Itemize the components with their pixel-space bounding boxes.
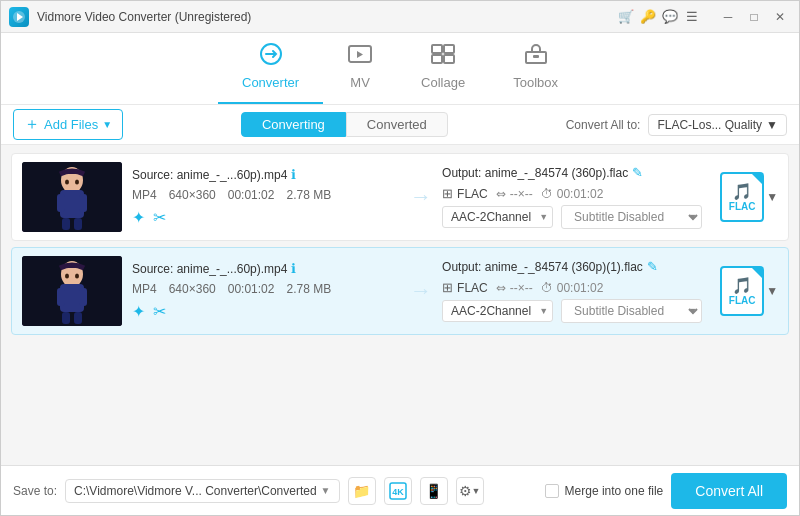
tab-collage-label: Collage — [421, 75, 465, 90]
resize-icon-2: ⇔ — [496, 281, 506, 295]
file-source-2: Source: anime_-_...60p).mp4 ℹ — [132, 261, 400, 276]
close-button[interactable]: ✕ — [769, 9, 791, 25]
menu-icon[interactable]: ☰ — [683, 8, 701, 26]
format-box-2: ⊞ FLAC — [442, 280, 488, 295]
quality-label: FLAC-Los... Quality — [657, 118, 762, 132]
save-path-arrow-icon: ▼ — [321, 485, 331, 496]
flac-icon-1[interactable]: 🎵 FLAC — [720, 172, 764, 222]
bottom-bar: Save to: C:\Vidmore\Vidmore V... Convert… — [1, 465, 799, 515]
tab-converter-label: Converter — [242, 75, 299, 90]
svg-rect-9 — [533, 55, 539, 58]
edit-icon-1[interactable]: ✎ — [632, 165, 643, 180]
tab-converter[interactable]: Converter — [218, 35, 323, 104]
audio-select-2[interactable]: AAC-2Channel — [442, 300, 553, 322]
merge-text: Merge into one file — [565, 484, 664, 498]
flac-wrapper-1: 🎵 FLAC ▼ — [720, 172, 778, 222]
subtitle-select-wrapper-1: Subtitle Disabled — [561, 205, 702, 229]
key-icon[interactable]: 🔑 — [639, 8, 657, 26]
converted-tab[interactable]: Converted — [346, 112, 448, 137]
size-info-2: ⇔ --×-- — [496, 281, 533, 295]
thumbnail-2 — [22, 256, 122, 326]
app-title: Vidmore Video Converter (Unregistered) — [37, 10, 617, 24]
svg-rect-15 — [62, 218, 70, 230]
output-text-1: Output: anime_-_84574 (360p).flac — [442, 166, 628, 180]
file-info-2: Source: anime_-_...60p).mp4 ℹ MP4 640×36… — [132, 261, 400, 321]
output-info-2: Output: anime_-_84574 (360p)(1).flac ✎ ⊞… — [442, 259, 710, 323]
info-icon-2[interactable]: ℹ — [291, 261, 296, 276]
convert-all-label: Convert All to: — [566, 118, 641, 132]
quality-select[interactable]: FLAC-Los... Quality ▼ — [648, 114, 787, 136]
resize-icon-1: ⇔ — [496, 187, 506, 201]
audio-select-1[interactable]: AAC-2Channel — [442, 206, 553, 228]
settings-arrow-icon: ▼ — [472, 486, 481, 496]
settings-action-2[interactable]: ✦ — [132, 302, 145, 321]
flac-wrapper-2: 🎵 FLAC ▼ — [720, 266, 778, 316]
chat-icon[interactable]: 💬 — [661, 8, 679, 26]
output-source-2: Output: anime_-_84574 (360p)(1).flac ✎ — [442, 259, 710, 274]
folder-open-button[interactable]: 📁 — [348, 477, 376, 505]
nav-tabs: Converter MV Collage — [1, 33, 799, 105]
audio-select-wrapper-1: AAC-2Channel — [442, 206, 553, 228]
save-path-select[interactable]: C:\Vidmore\Vidmore V... Converter\Conver… — [65, 479, 339, 503]
output-info-1: Output: anime_-_84574 (360p).flac ✎ ⊞ FL… — [442, 165, 710, 229]
settings-action-1[interactable]: ✦ — [132, 208, 145, 227]
file-list: Source: anime_-_...60p).mp4 ℹ MP4 640×36… — [1, 145, 799, 465]
tab-mv-label: MV — [350, 75, 370, 90]
subtitle-select-1[interactable]: Subtitle Disabled — [561, 205, 702, 229]
export-button[interactable]: 4K — [384, 477, 412, 505]
svg-rect-13 — [57, 194, 65, 212]
arrow-icon-1: → — [410, 184, 432, 210]
title-bar: Vidmore Video Converter (Unregistered) 🛒… — [1, 1, 799, 33]
maximize-button[interactable]: □ — [743, 9, 765, 25]
time-info-1: ⏱ 00:01:02 — [541, 187, 604, 201]
collage-icon — [430, 43, 456, 71]
quality-dropdown-icon: ▼ — [766, 118, 778, 132]
converting-tab[interactable]: Converting — [241, 112, 346, 137]
file-meta-1: MP4 640×360 00:01:02 2.78 MB — [132, 188, 400, 202]
cart-icon[interactable]: 🛒 — [617, 8, 635, 26]
size-info-1: ⇔ --×-- — [496, 187, 533, 201]
cut-action-1[interactable]: ✂ — [153, 208, 166, 227]
tab-toolbox[interactable]: Toolbox — [489, 35, 582, 104]
clock-icon-2: ⏱ — [541, 281, 553, 295]
flac-dropdown-2[interactable]: ▼ — [766, 284, 778, 298]
convert-all-button[interactable]: Convert All — [671, 473, 787, 509]
tab-mv[interactable]: MV — [323, 35, 397, 104]
svg-rect-22 — [57, 288, 65, 306]
settings-button[interactable]: ⚙ ▼ — [456, 477, 484, 505]
file-actions-2: ✦ ✂ — [132, 302, 400, 321]
out-format-1: FLAC — [457, 187, 488, 201]
svg-rect-16 — [74, 218, 82, 230]
merge-checkbox[interactable] — [545, 484, 559, 498]
mv-icon — [347, 43, 373, 71]
flac-dropdown-1[interactable]: ▼ — [766, 190, 778, 204]
file-row-2: Source: anime_-_...60p).mp4 ℹ MP4 640×36… — [11, 247, 789, 335]
info-icon-1[interactable]: ℹ — [291, 167, 296, 182]
save-to-label: Save to: — [13, 484, 57, 498]
output-format-row-2: ⊞ FLAC ⇔ --×-- ⏱ 00:01:02 — [442, 280, 710, 295]
svg-point-26 — [65, 274, 69, 279]
output-row2-2: AAC-2Channel Subtitle Disabled — [442, 299, 710, 323]
time-info-2: ⏱ 00:01:02 — [541, 281, 604, 295]
tab-collage[interactable]: Collage — [397, 35, 489, 104]
format-2: MP4 — [132, 282, 157, 296]
add-files-label: Add Files — [44, 117, 98, 132]
minimize-button[interactable]: ─ — [717, 9, 739, 25]
dropdown-arrow-icon: ▼ — [102, 119, 112, 130]
audio-select-wrapper-2: AAC-2Channel — [442, 300, 553, 322]
out-format-2: FLAC — [457, 281, 488, 295]
cut-action-2[interactable]: ✂ — [153, 302, 166, 321]
save-path-text: C:\Vidmore\Vidmore V... Converter\Conver… — [74, 484, 317, 498]
clock-icon-1: ⏱ — [541, 187, 553, 201]
toolbox-icon — [523, 43, 549, 71]
flac-icon-2[interactable]: 🎵 FLAC — [720, 266, 764, 316]
format-grid-icon-2: ⊞ — [442, 280, 453, 295]
edit-icon-2[interactable]: ✎ — [647, 259, 658, 274]
output-source-1: Output: anime_-_84574 (360p).flac ✎ — [442, 165, 710, 180]
svg-rect-7 — [444, 55, 454, 63]
preview-button[interactable]: 📱 — [420, 477, 448, 505]
file-row: Source: anime_-_...60p).mp4 ℹ MP4 640×36… — [11, 153, 789, 241]
out-duration-1: 00:01:02 — [557, 187, 604, 201]
add-files-button[interactable]: ＋ Add Files ▼ — [13, 109, 123, 140]
subtitle-select-2[interactable]: Subtitle Disabled — [561, 299, 702, 323]
